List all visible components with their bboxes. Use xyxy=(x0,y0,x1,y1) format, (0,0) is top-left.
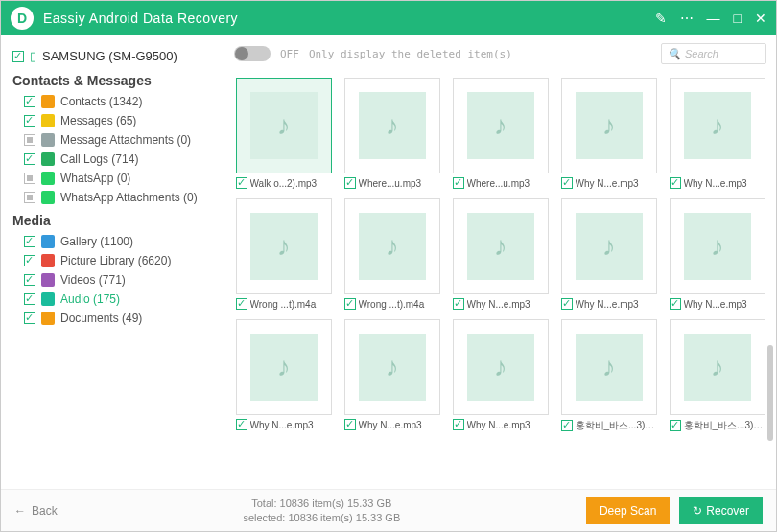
file-item[interactable]: ♪Where...u.mp3 xyxy=(342,78,441,189)
file-name: Why N...e.mp3 xyxy=(576,299,657,310)
file-thumbnail[interactable]: ♪ xyxy=(236,198,332,294)
file-thumbnail[interactable]: ♪ xyxy=(561,198,657,294)
file-grid: ♪Walk o...2).mp3♪Where...u.mp3♪Where...u… xyxy=(224,72,776,489)
sidebar-item[interactable]: Call Logs (714) xyxy=(7,150,218,169)
sidebar-item[interactable]: Contacts (1342) xyxy=(7,92,218,111)
music-note-icon: ♪ xyxy=(602,231,616,262)
minimize-icon[interactable]: — xyxy=(707,11,720,26)
file-name: Walk o...2).mp3 xyxy=(250,178,332,189)
file-item[interactable]: ♪Why N...e.mp3 xyxy=(668,78,766,189)
deleted-only-toggle[interactable] xyxy=(234,46,271,61)
sidebar-item[interactable]: Message Attachments (0) xyxy=(7,130,218,150)
category-checkbox[interactable] xyxy=(24,134,35,146)
file-item[interactable]: ♪Why N...e.mp3 xyxy=(451,319,550,432)
category-checkbox[interactable] xyxy=(24,255,35,266)
file-item[interactable]: ♪Why N...e.mp3 xyxy=(559,198,658,310)
ic-piclib-icon xyxy=(41,254,55,267)
music-note-icon: ♪ xyxy=(277,110,291,141)
file-name: Why N...e.mp3 xyxy=(684,178,765,189)
chat-icon[interactable]: ⋯ xyxy=(680,11,694,26)
file-thumbnail[interactable]: ♪ xyxy=(561,319,657,415)
file-thumbnail[interactable]: ♪ xyxy=(453,78,549,173)
category-label: Call Logs (714) xyxy=(60,152,138,166)
file-checkbox[interactable] xyxy=(670,420,681,431)
file-thumbnail[interactable]: ♪ xyxy=(344,78,440,173)
search-icon: 🔍 xyxy=(668,48,681,60)
file-checkbox[interactable] xyxy=(453,419,464,430)
file-thumbnail[interactable]: ♪ xyxy=(670,78,765,173)
category-checkbox[interactable] xyxy=(24,274,35,286)
category-checkbox[interactable] xyxy=(24,312,35,324)
device-name: SAMSUNG (SM-G9500) xyxy=(42,49,177,63)
category-label: Gallery (1100) xyxy=(60,235,133,248)
file-thumbnail[interactable]: ♪ xyxy=(453,198,549,294)
maximize-icon[interactable]: □ xyxy=(734,11,742,26)
device-checkbox[interactable] xyxy=(12,51,24,62)
category-checkbox[interactable] xyxy=(24,236,35,247)
file-checkbox[interactable] xyxy=(236,177,247,189)
ic-contact-icon xyxy=(41,95,55,108)
close-icon[interactable]: ✕ xyxy=(755,11,766,26)
category-label: Message Attachments (0) xyxy=(60,133,191,147)
file-checkbox[interactable] xyxy=(344,419,356,430)
file-checkbox[interactable] xyxy=(453,298,464,310)
search-input[interactable]: 🔍 Search xyxy=(661,43,766,64)
file-checkbox[interactable] xyxy=(236,419,247,430)
recover-button[interactable]: ↻ Recover xyxy=(679,497,763,524)
sidebar-item[interactable]: Documents (49) xyxy=(7,309,218,328)
category-checkbox[interactable] xyxy=(24,96,35,107)
back-button[interactable]: ← Back xyxy=(14,504,58,518)
file-item[interactable]: ♪Why N...e.mp3 xyxy=(451,198,550,310)
section-title: Media xyxy=(7,207,218,232)
scrollbar[interactable] xyxy=(767,77,773,486)
file-checkbox[interactable] xyxy=(561,177,573,189)
category-checkbox[interactable] xyxy=(24,153,35,165)
file-thumbnail[interactable]: ♪ xyxy=(344,319,440,415)
music-note-icon: ♪ xyxy=(711,231,724,262)
category-checkbox[interactable] xyxy=(24,293,35,305)
category-label: Documents (49) xyxy=(60,312,142,325)
file-item[interactable]: ♪Wrong ...t).m4a xyxy=(342,198,441,310)
sidebar-item[interactable]: Audio (175) xyxy=(7,289,218,309)
file-item[interactable]: ♪Why N...e.mp3 xyxy=(342,319,441,432)
sidebar-item[interactable]: Gallery (1100) xyxy=(7,232,218,251)
category-checkbox[interactable] xyxy=(24,173,35,184)
file-checkbox[interactable] xyxy=(561,298,573,310)
category-label: WhatsApp (0) xyxy=(60,172,130,185)
ic-attach-icon xyxy=(41,133,55,147)
file-checkbox[interactable] xyxy=(561,420,573,431)
file-thumbnail[interactable]: ♪ xyxy=(670,319,765,415)
sidebar-item[interactable]: Messages (65) xyxy=(7,111,218,130)
category-checkbox[interactable] xyxy=(24,115,35,127)
file-item[interactable]: ♪Walk o...2).mp3 xyxy=(234,78,333,189)
file-thumbnail[interactable]: ♪ xyxy=(236,78,332,173)
file-checkbox[interactable] xyxy=(670,298,681,310)
file-item[interactable]: ♪Why N...e.mp3 xyxy=(234,319,333,432)
file-item[interactable]: ♪홍학비_바스...3).mp3 xyxy=(559,319,658,432)
sidebar-item[interactable]: WhatsApp Attachments (0) xyxy=(7,188,218,207)
file-thumbnail[interactable]: ♪ xyxy=(344,198,440,294)
file-item[interactable]: ♪Why N...e.mp3 xyxy=(559,78,658,189)
device-row[interactable]: ▯ SAMSUNG (SM-G9500) xyxy=(7,45,218,67)
sidebar-item[interactable]: WhatsApp (0) xyxy=(7,169,218,188)
sidebar-item[interactable]: Picture Library (6620) xyxy=(7,251,218,270)
file-checkbox[interactable] xyxy=(344,298,356,310)
file-checkbox[interactable] xyxy=(344,177,356,189)
file-checkbox[interactable] xyxy=(670,177,681,189)
deep-scan-button[interactable]: Deep Scan xyxy=(586,497,670,524)
file-checkbox[interactable] xyxy=(453,177,464,189)
scrollbar-thumb[interactable] xyxy=(767,345,773,441)
file-thumbnail[interactable]: ♪ xyxy=(236,319,332,415)
file-item[interactable]: ♪홍학비_바스...3).mp3 xyxy=(668,319,766,432)
file-thumbnail[interactable]: ♪ xyxy=(453,319,549,415)
footer: ← Back Total: 10836 item(s) 15.33 GB sel… xyxy=(1,489,776,531)
file-thumbnail[interactable]: ♪ xyxy=(670,198,765,294)
file-item[interactable]: ♪Why N...e.mp3 xyxy=(668,198,766,310)
file-item[interactable]: ♪Wrong ...t).m4a xyxy=(234,198,333,310)
file-checkbox[interactable] xyxy=(236,298,247,310)
sidebar-item[interactable]: Videos (771) xyxy=(7,270,218,289)
category-checkbox[interactable] xyxy=(24,192,35,203)
feedback-icon[interactable]: ✎ xyxy=(655,11,667,26)
file-item[interactable]: ♪Where...u.mp3 xyxy=(451,78,550,189)
file-thumbnail[interactable]: ♪ xyxy=(561,78,657,173)
